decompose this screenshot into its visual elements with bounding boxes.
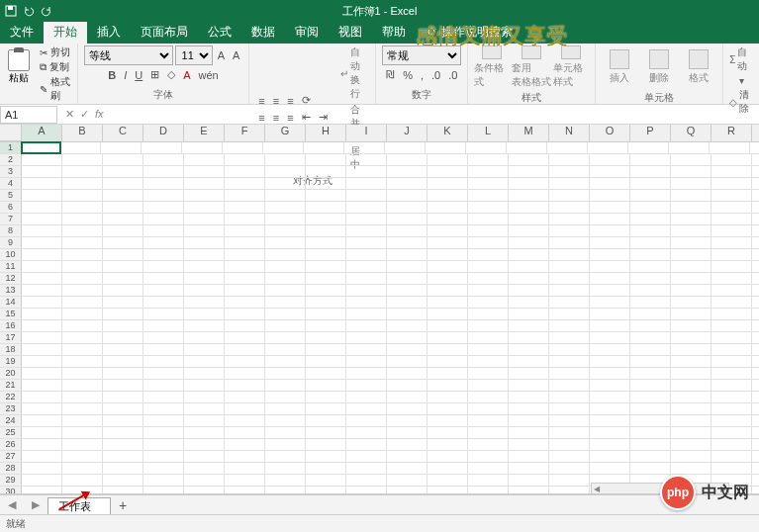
cell[interactable] — [630, 309, 671, 319]
cell[interactable] — [62, 237, 103, 248]
cell[interactable] — [387, 392, 427, 402]
cell[interactable] — [712, 225, 752, 236]
cell[interactable] — [62, 380, 103, 391]
cell[interactable] — [549, 309, 590, 319]
tab-help[interactable]: 帮助 — [372, 21, 416, 44]
cell[interactable] — [22, 309, 62, 319]
cell[interactable] — [103, 439, 143, 450]
cell[interactable] — [427, 297, 468, 308]
cell[interactable] — [387, 415, 427, 426]
cell[interactable] — [143, 415, 184, 426]
cell[interactable] — [22, 487, 62, 494]
cell[interactable] — [468, 344, 509, 355]
cell[interactable] — [306, 475, 346, 486]
cell[interactable] — [182, 142, 223, 153]
cell[interactable] — [387, 225, 427, 236]
cell[interactable] — [427, 475, 468, 486]
cell[interactable] — [387, 249, 427, 260]
cell[interactable] — [22, 427, 62, 438]
cell[interactable] — [630, 320, 671, 331]
cell[interactable] — [387, 154, 427, 165]
cell[interactable] — [590, 297, 630, 308]
fill-color-button[interactable]: ◇ — [164, 67, 178, 82]
cell[interactable] — [712, 285, 752, 296]
cell[interactable] — [468, 214, 509, 224]
cell[interactable] — [427, 380, 468, 391]
cell[interactable] — [671, 356, 712, 367]
cell[interactable] — [225, 320, 265, 331]
cell[interactable] — [22, 237, 62, 248]
cell[interactable] — [509, 320, 549, 331]
cell[interactable] — [509, 475, 549, 486]
enter-formula-icon[interactable]: ✓ — [80, 108, 89, 121]
cell[interactable] — [346, 309, 387, 319]
row-header[interactable]: 8 — [0, 225, 22, 236]
cell[interactable] — [671, 320, 712, 331]
cell[interactable] — [427, 439, 468, 450]
cell[interactable] — [265, 178, 306, 189]
column-header[interactable]: N — [549, 125, 590, 141]
cell[interactable] — [62, 297, 103, 308]
cell[interactable] — [427, 356, 468, 367]
cell[interactable] — [509, 427, 549, 438]
cell[interactable] — [184, 463, 225, 474]
cell[interactable] — [468, 415, 509, 426]
cell[interactable] — [265, 403, 306, 414]
cell[interactable] — [387, 475, 427, 486]
cell[interactable] — [712, 463, 752, 474]
cell[interactable] — [628, 142, 669, 153]
cell[interactable] — [306, 332, 346, 343]
cell[interactable] — [143, 332, 184, 343]
cell[interactable] — [103, 427, 143, 438]
cell[interactable] — [590, 463, 630, 474]
cell[interactable] — [184, 249, 225, 260]
cell[interactable] — [225, 154, 265, 165]
column-header[interactable]: D — [143, 125, 184, 141]
cell[interactable] — [468, 297, 509, 308]
cell[interactable] — [509, 190, 549, 201]
column-header[interactable]: L — [468, 125, 509, 141]
cell[interactable] — [184, 214, 225, 224]
cell[interactable] — [712, 427, 752, 438]
cell[interactable] — [60, 142, 101, 153]
cell[interactable] — [346, 237, 387, 248]
cell[interactable] — [468, 392, 509, 402]
row-header[interactable]: 9 — [0, 237, 22, 248]
cell[interactable] — [184, 380, 225, 391]
cell[interactable] — [549, 261, 590, 272]
cell[interactable] — [590, 392, 630, 402]
cell[interactable] — [427, 463, 468, 474]
cell[interactable] — [427, 166, 468, 177]
cell[interactable] — [265, 202, 306, 213]
cell[interactable] — [346, 487, 387, 494]
cell[interactable] — [509, 166, 549, 177]
cell[interactable] — [671, 166, 712, 177]
cell[interactable] — [509, 380, 549, 391]
cell[interactable] — [630, 237, 671, 248]
cell[interactable] — [509, 202, 549, 213]
tab-home[interactable]: 开始 — [44, 21, 87, 44]
tab-file[interactable]: 文件 — [0, 21, 44, 44]
cell[interactable] — [103, 344, 143, 355]
cell[interactable] — [712, 261, 752, 272]
cell[interactable] — [225, 166, 265, 177]
italic-button[interactable]: I — [121, 68, 130, 82]
cell[interactable] — [590, 451, 630, 462]
row-header[interactable]: 18 — [0, 344, 22, 355]
cell[interactable] — [427, 344, 468, 355]
cell[interactable] — [103, 178, 143, 189]
cell[interactable] — [143, 285, 184, 296]
cell[interactable] — [712, 356, 752, 367]
row-header[interactable]: 13 — [0, 285, 22, 296]
underline-button[interactable]: U — [132, 68, 145, 82]
cell[interactable] — [712, 237, 752, 248]
cell[interactable] — [142, 142, 182, 153]
cell[interactable] — [22, 178, 62, 189]
tab-formulas[interactable]: 公式 — [198, 21, 241, 44]
cell[interactable] — [306, 225, 346, 236]
cell[interactable] — [103, 297, 143, 308]
cell[interactable] — [22, 356, 62, 367]
cell[interactable] — [468, 261, 509, 272]
font-color-button[interactable]: A — [180, 68, 193, 82]
cell[interactable] — [103, 202, 143, 213]
